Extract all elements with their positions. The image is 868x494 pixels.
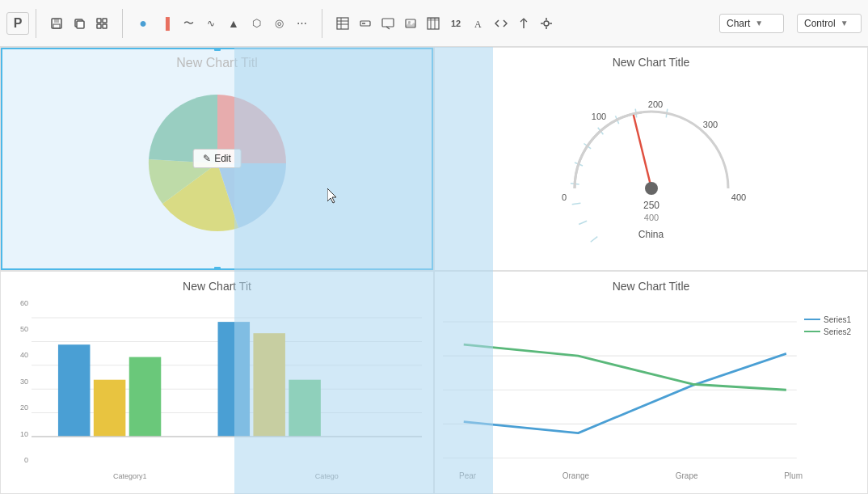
x-label-cat2: Catego — [229, 472, 426, 480]
line-chart-svg — [443, 299, 859, 481]
extra-icons: 12 A — [329, 13, 560, 34]
bottom-right-panel: New Chart Title — [434, 271, 868, 495]
svg-rect-58 — [218, 322, 251, 437]
legend-series1: Series1 — [804, 315, 851, 324]
gauge-icon[interactable]: ◎ — [268, 13, 289, 34]
edit-pencil-icon: ✎ — [203, 153, 211, 164]
more-chart-icon[interactable]: ⋯ — [291, 13, 312, 34]
svg-rect-9 — [337, 18, 348, 29]
top-right-title: New Chart Title — [443, 56, 859, 69]
x-label-cat1: Category1 — [32, 472, 229, 480]
gauge-bottom-label: China — [638, 229, 664, 240]
monitor-icon[interactable] — [377, 13, 398, 34]
table2-icon[interactable] — [423, 13, 444, 34]
bottom-left-title: New Chart Tit — [9, 280, 425, 293]
x-label-plum: Plum — [784, 471, 803, 480]
y-label-60: 60 — [9, 299, 32, 307]
y-label-40: 40 — [9, 351, 32, 359]
svg-rect-8 — [103, 24, 107, 28]
svg-text:100: 100 — [591, 112, 605, 121]
chart-dropdown-arrow: ▼ — [755, 19, 763, 27]
svg-rect-15 — [382, 19, 394, 27]
y-label-10: 10 — [9, 430, 32, 438]
toolbar-separator-3 — [322, 9, 322, 38]
text-icon[interactable]: A — [468, 13, 489, 34]
logo-icon[interactable]: P — [6, 12, 29, 35]
handle-top-center[interactable] — [214, 47, 221, 51]
bottom-left-panel: New Chart Tit 0 10 20 30 40 50 60 — [0, 271, 434, 495]
split-icon[interactable] — [513, 13, 534, 34]
svg-rect-6 — [103, 19, 107, 23]
x-label-orange: Orange — [563, 471, 589, 480]
control-dropdown-label: Control — [804, 18, 836, 29]
input-icon[interactable] — [355, 13, 376, 34]
svg-line-32 — [571, 201, 580, 207]
toolbar: P ● ▐ 〜 ∿ ▲ ⬡ ◎ ⋯ — [0, 0, 868, 47]
svg-rect-7 — [97, 24, 101, 28]
svg-text:A: A — [474, 19, 482, 30]
svg-line-30 — [590, 235, 596, 244]
main-area: New Chart Titl ✎ Edit New Chart Title — [0, 47, 868, 494]
svg-rect-1 — [54, 19, 59, 23]
save-icon[interactable] — [46, 13, 67, 34]
top-left-title: New Chart Titl — [9, 56, 425, 70]
svg-rect-20 — [428, 18, 439, 21]
settings-icon[interactable] — [536, 13, 557, 34]
line-legend: Series1 Series2 — [804, 315, 851, 340]
top-right-panel: New Chart Title — [434, 47, 868, 271]
legend-series1-label: Series1 — [824, 315, 851, 324]
line-chart-area: Series1 Series2 Pear Orange Grape Plum — [443, 299, 859, 481]
legend-series2-label: Series2 — [824, 327, 851, 336]
bottom-right-title: New Chart Title — [443, 280, 859, 293]
svg-rect-4 — [77, 21, 84, 28]
bar-chart-svg — [32, 299, 422, 465]
number-icon[interactable]: 12 — [445, 13, 466, 34]
area-chart-icon[interactable]: ▲ — [223, 13, 244, 34]
scatter-icon[interactable]: ∿ — [200, 13, 221, 34]
svg-rect-57 — [129, 357, 162, 436]
svg-text:400: 400 — [731, 192, 745, 202]
chart-dropdown[interactable]: Chart ▼ — [719, 14, 784, 33]
svg-line-40 — [634, 116, 651, 188]
gauge-chart-container: 0 100 200 300 400 250 400 China — [443, 75, 859, 249]
image-icon[interactable] — [400, 13, 421, 34]
legend-series1-line — [804, 319, 820, 320]
y-label-50: 50 — [9, 325, 32, 333]
control-dropdown[interactable]: Control ▼ — [797, 14, 862, 33]
radar-icon[interactable]: ⬡ — [246, 13, 267, 34]
toolbar-separator-2 — [122, 9, 123, 38]
edit-button[interactable]: ✎ Edit — [192, 149, 242, 168]
edit-button-label: Edit — [214, 153, 231, 164]
svg-rect-60 — [289, 379, 321, 436]
code-icon[interactable] — [491, 13, 512, 34]
expand-icon[interactable] — [91, 13, 112, 34]
control-dropdown-arrow: ▼ — [841, 19, 849, 27]
table-icon[interactable] — [332, 13, 353, 34]
svg-rect-56 — [94, 379, 126, 436]
restore-icon[interactable] — [69, 13, 90, 34]
svg-point-25 — [544, 21, 549, 26]
svg-text:0: 0 — [561, 192, 566, 202]
x-axis-labels: Category1 Catego — [32, 472, 425, 480]
svg-text:250: 250 — [643, 200, 659, 211]
gauge-ticks: 0 100 200 300 400 250 400 — [561, 99, 745, 243]
y-label-20: 20 — [9, 403, 32, 412]
pie-chart-icon[interactable]: ● — [133, 13, 154, 34]
svg-rect-55 — [58, 344, 91, 437]
y-label-0: 0 — [9, 456, 32, 464]
pie-chart-container: ✎ Edit — [9, 77, 425, 251]
svg-text:400: 400 — [643, 213, 658, 222]
legend-series2: Series2 — [804, 327, 851, 336]
chart-dropdown-label: Chart — [727, 18, 750, 29]
toolbar-separator-1 — [36, 9, 36, 38]
bar-chart-area: 0 10 20 30 40 50 60 — [9, 299, 425, 481]
bar-chart-icon[interactable]: ▐ — [155, 13, 176, 34]
line-chart-icon[interactable]: 〜 — [178, 13, 199, 34]
x-label-pear: Pear — [459, 471, 476, 480]
chart-type-icons: ● ▐ 〜 ∿ ▲ ⬡ ◎ ⋯ — [129, 13, 315, 34]
svg-point-41 — [645, 182, 658, 195]
svg-text:200: 200 — [647, 99, 662, 109]
gauge-svg: 0 100 200 300 400 250 400 — [522, 83, 781, 245]
svg-rect-5 — [97, 19, 101, 23]
y-label-30: 30 — [9, 378, 32, 386]
